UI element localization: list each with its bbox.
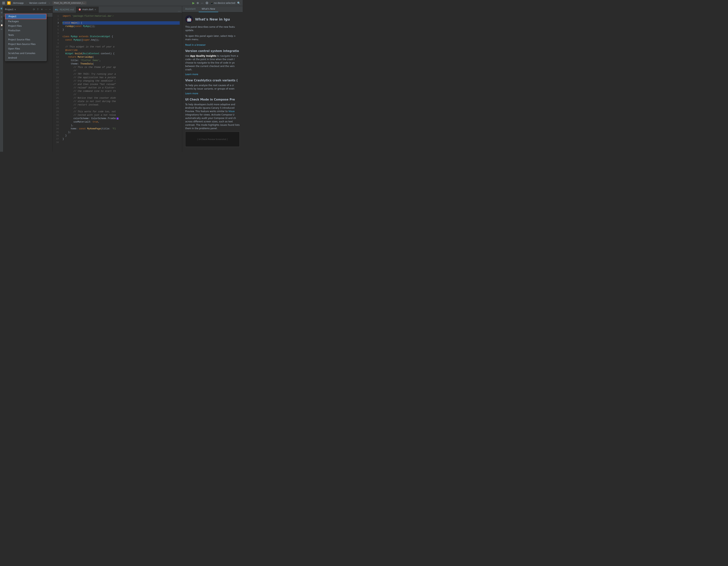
tab-assistant[interactable]: Assistant	[182, 6, 199, 12]
tab-main-dart[interactable]: 🎯 main.dart ✕	[76, 7, 99, 13]
learn-more-crashlytics-link[interactable]: Learn more	[185, 92, 198, 95]
line-number: 14	[53, 59, 59, 62]
line-number: 17	[53, 69, 59, 72]
app-logo: D	[7, 1, 11, 5]
editor-tabs: M↓ README.md 🎯 main.dart ✕ ⋯	[53, 6, 182, 13]
dropdown-item-production[interactable]: Production	[5, 28, 46, 33]
more-actions-icon[interactable]: ⋯	[201, 2, 203, 5]
app-quality-insights-text: App Quality Insights	[190, 55, 216, 57]
android-studio-logo: 🤖	[185, 15, 193, 23]
dropdown-item-packages[interactable]: Packages	[5, 19, 46, 24]
line-number: 25	[53, 96, 59, 100]
dropdown-item-android[interactable]: Android	[5, 56, 46, 60]
panel-title[interactable]: Project	[5, 8, 13, 11]
code-line-7: class MyApp extends StatelessWidget {	[63, 35, 180, 38]
code-line-30: // tested with just a hot reloa	[63, 113, 180, 117]
line-number: 24	[53, 93, 59, 96]
whats-new-title: What's New in Igu	[195, 17, 230, 21]
code-line-6	[63, 31, 180, 35]
minimize-panel-icon[interactable]: ─	[49, 8, 51, 11]
code-line-34: home: const MyHomePage(title: 'Fl	[63, 127, 180, 130]
dropdown-item-scratches-and-consoles[interactable]: Scratches and Consoles	[5, 51, 46, 56]
dropdown-item-project-files[interactable]: Project Files	[5, 24, 46, 28]
variants-text: variants	[204, 87, 213, 90]
tab-more-icon[interactable]: ⋯	[178, 10, 180, 13]
panel-title-arrow-icon[interactable]: ∨	[14, 8, 16, 10]
hamburger-menu-icon[interactable]	[2, 2, 5, 4]
dropdown-item-project-non-source-files[interactable]: Project Non-Source Files	[5, 42, 46, 46]
line-number: 22	[53, 86, 59, 89]
version-control-label[interactable]: Version control	[29, 2, 46, 4]
studio-logo-icon: 🤖	[187, 17, 192, 22]
code-line-21: // and then invoke "hot reload"	[63, 83, 180, 86]
code-line-38	[63, 141, 180, 144]
code-editor: 1 2 3 4 5 6 7 8 9 10 11 12 13 14 15 16 1…	[53, 13, 182, 152]
dropdown-item-project-source-files[interactable]: Project Source Files	[5, 37, 46, 42]
tab-close-icon[interactable]: ✕	[95, 9, 96, 11]
tab-whats-new[interactable]: What's New	[199, 6, 218, 12]
right-panel-tabs: Assistant What's New	[182, 6, 243, 12]
color-preview-square	[117, 118, 118, 119]
line-number: 6	[53, 31, 59, 35]
line-number: 5	[53, 28, 59, 31]
right-panel-content: 🤖 What's New in Igu This panel describes…	[182, 12, 243, 152]
project-activity-icon[interactable]: ◧	[0, 7, 3, 10]
line-number: 27	[53, 103, 59, 107]
expand-icon[interactable]: ↑	[36, 8, 39, 11]
code-content[interactable]: import 'package:flutter/material.dar✓ ▶ …	[60, 13, 182, 152]
notifications-icon[interactable]: ⚙	[205, 1, 208, 5]
app-name-label: demoapp	[13, 2, 24, 4]
project-panel: Project ∨ ⟳ ↑ ✕ ⋯ ─ Project Packages Pro…	[3, 6, 53, 152]
activity-bar: ◧ ⊞ ☰ ⚙ 📋 ✉	[0, 6, 3, 152]
dropdown-item-tests[interactable]: Tests	[5, 33, 46, 37]
code-line-24: //	[63, 93, 180, 96]
activity-icon-3[interactable]: ☰	[0, 15, 3, 18]
code-line-33: ),	[63, 124, 180, 127]
line-number: 16	[53, 66, 59, 69]
panel-actions: ⟳ ↑ ✕ ⋯ ─	[32, 8, 51, 11]
line-number: 38	[53, 141, 59, 144]
activity-icon-4[interactable]: ⚙	[0, 19, 3, 22]
code-line-10: // This widget is the root of your a	[63, 45, 180, 49]
debug-icon[interactable]: ⚙	[197, 2, 199, 5]
tab-readme-label: README.md	[60, 8, 74, 11]
search-icon[interactable]: 🔍	[237, 2, 240, 5]
line-number: 32	[53, 120, 59, 124]
titlebar: D demoapp › Version control ∨ Pixel_3a_A…	[0, 0, 243, 6]
code-line-4: runApp(const MyApp());	[63, 25, 180, 28]
run-arrow-icon: ▶	[63, 21, 64, 25]
code-line-19: // the application has a purple	[63, 76, 180, 79]
tab-readme[interactable]: M↓ README.md	[53, 7, 76, 13]
activity-icon-6[interactable]: ✉	[0, 28, 3, 31]
activity-icon-5[interactable]: 📋	[0, 24, 3, 27]
code-line-18: // TRY THIS: Try running your a	[63, 72, 180, 76]
code-line-8: const MyApp({super.key});	[63, 38, 180, 42]
code-line-5: }	[63, 28, 180, 31]
whats-new-header: 🤖 What's New in Igu	[185, 15, 240, 23]
device-selector[interactable]: 📱 no device selected	[210, 2, 235, 4]
code-line-20: // try changing the seedColor :	[63, 79, 180, 83]
code-line-31: colorScheme: ColorScheme.fromSe	[63, 117, 180, 120]
whats-new-open-later: To open this panel again later, select H…	[185, 34, 240, 41]
activity-icon-2[interactable]: ⊞	[0, 11, 3, 14]
line-number: 28	[53, 107, 59, 110]
code-line-22: // reload" button in a Flutter-	[63, 86, 180, 89]
line-number: 29	[53, 110, 59, 113]
section-title-ui-check: UI Check Mode in Compose Pre	[185, 98, 240, 101]
panel-header: Project ∨ ⟳ ↑ ✕ ⋯ ─	[3, 6, 53, 13]
code-line-13: return MaterialApp(	[63, 55, 180, 59]
learn-more-vc-link[interactable]: Learn more	[185, 73, 198, 76]
line-number: 4	[53, 25, 59, 28]
dropdown-item-project[interactable]: Project	[5, 14, 46, 19]
code-line-29: // This works for code too, not	[63, 110, 180, 113]
sync-icon[interactable]: ⟳	[32, 8, 35, 11]
run-button[interactable]: ▶	[192, 1, 195, 5]
more-panel-icon[interactable]: ⋯	[44, 8, 48, 11]
dropdown-item-open-files[interactable]: Open Files	[5, 46, 46, 51]
read-in-browser-link[interactable]: Read in a browser	[185, 44, 206, 46]
line-number: 18	[53, 72, 59, 76]
line-number: 21	[53, 83, 59, 86]
close-panel-icon[interactable]: ✕	[40, 8, 43, 11]
line-number: 19	[53, 76, 59, 79]
pixel-file-tab[interactable]: Pixel_3a_APL34_extension_l...	[53, 1, 86, 5]
